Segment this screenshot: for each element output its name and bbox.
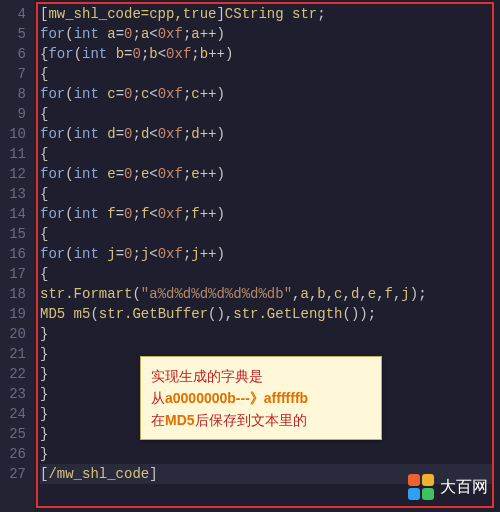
- code-line: for(int f=0;f<0xf;f++): [40, 204, 494, 224]
- line-number-gutter: 4567891011121314151617181920212223242526…: [0, 0, 34, 512]
- line-number: 9: [4, 104, 26, 124]
- line-number: 20: [4, 324, 26, 344]
- line-number: 19: [4, 304, 26, 324]
- line-number: 24: [4, 404, 26, 424]
- code-line: {: [40, 184, 494, 204]
- line-number: 7: [4, 64, 26, 84]
- note-line: 在MD5后保存到文本里的: [151, 409, 371, 431]
- code-line: {: [40, 104, 494, 124]
- line-number: 23: [4, 384, 26, 404]
- code-line: }: [40, 444, 494, 464]
- line-number: 8: [4, 84, 26, 104]
- line-number: 10: [4, 124, 26, 144]
- code-line: {: [40, 64, 494, 84]
- note-line: 实现生成的字典是: [151, 365, 371, 387]
- line-number: 15: [4, 224, 26, 244]
- line-number: 6: [4, 44, 26, 64]
- code-line: for(int d=0;d<0xf;d++): [40, 124, 494, 144]
- code-line: for(int e=0;e<0xf;e++): [40, 164, 494, 184]
- line-number: 18: [4, 284, 26, 304]
- line-number: 25: [4, 424, 26, 444]
- code-line: str.Formart("a%d%d%d%d%d%d%db",a,b,c,d,e…: [40, 284, 494, 304]
- code-line: for(int j=0;j<0xf;j++): [40, 244, 494, 264]
- code-line: {: [40, 144, 494, 164]
- line-number: 11: [4, 144, 26, 164]
- line-number: 14: [4, 204, 26, 224]
- code-line: for(int a=0;a<0xf;a++): [40, 24, 494, 44]
- line-number: 5: [4, 24, 26, 44]
- line-number: 17: [4, 264, 26, 284]
- line-number: 26: [4, 444, 26, 464]
- line-number: 4: [4, 4, 26, 24]
- watermark: 大百网: [408, 474, 488, 500]
- annotation-note: 实现生成的字典是 从a0000000b---》affffffb 在MD5后保存到…: [140, 356, 382, 440]
- line-number: 16: [4, 244, 26, 264]
- code-line: for(int c=0;c<0xf;c++): [40, 84, 494, 104]
- note-line: 从a0000000b---》affffffb: [151, 387, 371, 409]
- code-line: {: [40, 224, 494, 244]
- code-line: MD5 m5(str.GetBuffer(),str.GetLength());: [40, 304, 494, 324]
- line-number: 12: [4, 164, 26, 184]
- code-line: {for(int b=0;b<0xf;b++): [40, 44, 494, 64]
- code-line: }: [40, 324, 494, 344]
- code-line: [mw_shl_code=cpp,true]CString str;: [40, 4, 494, 24]
- watermark-text: 大百网: [440, 477, 488, 498]
- line-number: 22: [4, 364, 26, 384]
- code-line: {: [40, 264, 494, 284]
- watermark-logo-icon: [408, 474, 434, 500]
- line-number: 27: [4, 464, 26, 484]
- line-number: 21: [4, 344, 26, 364]
- line-number: 13: [4, 184, 26, 204]
